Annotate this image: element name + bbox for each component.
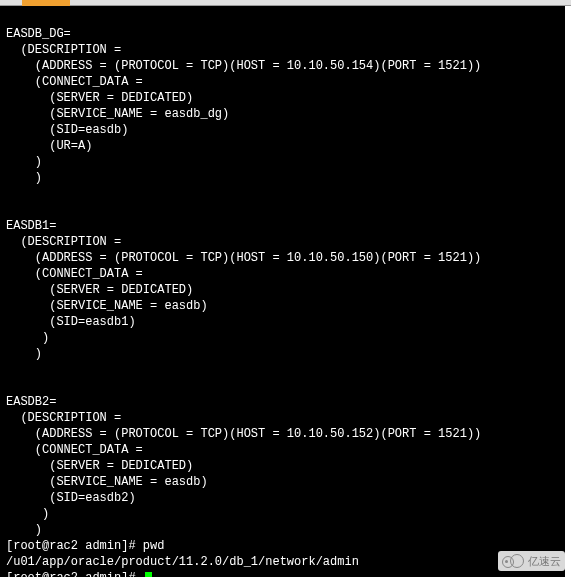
- watermark: 亿速云: [498, 551, 565, 571]
- tns-line: (CONNECT_DATA =: [6, 442, 565, 458]
- tns-line: ): [6, 170, 565, 186]
- shell-prompt: [root@rac2 admin]#: [6, 539, 143, 553]
- tns-line: ): [6, 506, 565, 522]
- tns-line: (ADDRESS = (PROTOCOL = TCP)(HOST = 10.10…: [6, 250, 565, 266]
- tns-line: (DESCRIPTION =: [6, 410, 565, 426]
- pwd-output: /u01/app/oracle/product/11.2.0/db_1/netw…: [6, 554, 565, 570]
- blank-line: [6, 202, 565, 218]
- tns-line: (SERVICE_NAME = easdb_dg): [6, 106, 565, 122]
- blank-line: [6, 186, 565, 202]
- tns-line: (DESCRIPTION =: [6, 234, 565, 250]
- tns-line: (SID=easdb1): [6, 314, 565, 330]
- blank-line: [6, 10, 565, 26]
- tns-line: (SERVER = DEDICATED): [6, 90, 565, 106]
- terminal-window[interactable]: EASDB_DG= (DESCRIPTION = (ADDRESS = (PRO…: [0, 6, 565, 577]
- tns-line: (DESCRIPTION =: [6, 42, 565, 58]
- tns-line: (UR=A): [6, 138, 565, 154]
- tns-line: ): [6, 522, 565, 538]
- shell-prompt: [root@rac2 admin]#: [6, 571, 143, 577]
- cloud-icon: [502, 554, 524, 568]
- tns-line: (SERVER = DEDICATED): [6, 458, 565, 474]
- tns-line: (SERVER = DEDICATED): [6, 282, 565, 298]
- tns-line: ): [6, 346, 565, 362]
- tns-line: (CONNECT_DATA =: [6, 266, 565, 282]
- tns-line: (ADDRESS = (PROTOCOL = TCP)(HOST = 10.10…: [6, 58, 565, 74]
- tns-line: EASDB_DG=: [6, 26, 565, 42]
- tns-line: EASDB2=: [6, 394, 565, 410]
- terminal-cursor: [145, 572, 152, 577]
- watermark-text: 亿速云: [528, 553, 561, 569]
- tns-line: (CONNECT_DATA =: [6, 74, 565, 90]
- tns-line: (ADDRESS = (PROTOCOL = TCP)(HOST = 10.10…: [6, 426, 565, 442]
- blank-line: [6, 362, 565, 378]
- shell-command: pwd: [143, 539, 165, 553]
- shell-prompt-line: [root@rac2 admin]# pwd: [6, 538, 565, 554]
- tns-line: ): [6, 330, 565, 346]
- tns-line: (SERVICE_NAME = easdb): [6, 474, 565, 490]
- tns-line: (SID=easdb2): [6, 490, 565, 506]
- shell-prompt-line[interactable]: [root@rac2 admin]#: [6, 570, 565, 577]
- tns-line: (SERVICE_NAME = easdb): [6, 298, 565, 314]
- blank-line: [6, 378, 565, 394]
- tns-line: (SID=easdb): [6, 122, 565, 138]
- tns-line: ): [6, 154, 565, 170]
- tns-line: EASDB1=: [6, 218, 565, 234]
